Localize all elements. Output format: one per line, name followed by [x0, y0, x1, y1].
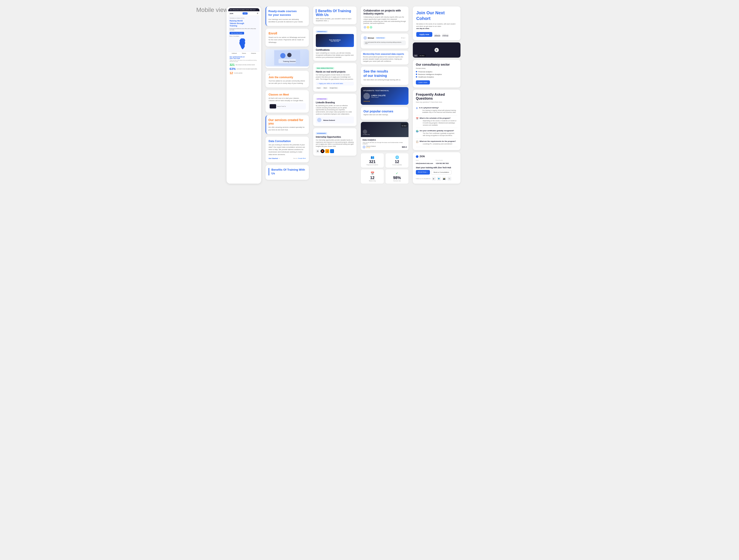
faq-item-3: 🌍 Are your certificates globally recogni…	[416, 128, 457, 139]
services-body: We offer amazing services created specia…	[268, 126, 306, 131]
phone-menu-icon[interactable]: ☰	[257, 13, 258, 14]
faq-item-4: 📋 What are the requirements for the prog…	[416, 139, 457, 147]
dot-2	[416, 73, 417, 75]
test-label: STUDENTS TESTIMONIAL	[363, 89, 406, 91]
chat-bubble: Live call started We will be covering co…	[363, 40, 406, 45]
live-on-label: Live on	[293, 158, 297, 159]
benefits-main-card: Benefits Of Training With Us With these …	[313, 6, 356, 24]
internship-tag: INTERNSHIPS	[316, 132, 327, 135]
contact-info-row: Email info@ziontech.hub.com Phone Number…	[416, 160, 457, 165]
course-info: Data Analytics This course will take you…	[361, 137, 409, 150]
zion-logo: ZION	[230, 13, 233, 14]
linkedin-social-icon[interactable]: in	[447, 177, 451, 181]
stat-12-num: 12	[230, 71, 233, 75]
instagram-icon[interactable]: 📸	[442, 177, 446, 181]
mentorship-card: Mentorship from seasoned data experts Re…	[361, 51, 409, 64]
linkedin-tag: OPTIMIZATION	[316, 98, 328, 100]
logo-dot	[416, 155, 419, 158]
course-duration: 12 weeks long	[363, 134, 370, 135]
apply-now-button[interactable]: Apply now	[416, 32, 432, 37]
phone-hero-tag: TRAINING & CONSULTATION	[230, 18, 258, 19]
col3-benefits: Benefits Of Training With Us With these …	[313, 6, 356, 184]
svg-point-2	[287, 53, 292, 57]
course-image: 12 weeks long 0hr 25min	[361, 122, 409, 137]
verified-badge: Verified Member	[376, 37, 385, 39]
avatar-3	[370, 26, 373, 29]
results-header: See the results of our training	[363, 69, 406, 78]
faq-q-3: 🌍 Are your certificates globally recogni…	[416, 130, 457, 137]
stat-participants-box: 👥 321 Registered students	[361, 153, 384, 168]
chat-header: Michael Verified Member 30 sec ↑	[363, 36, 406, 40]
real-world-tag: REAL WORLD PRACTICE	[316, 67, 334, 69]
book-consultation-button[interactable]: Book a Consultation	[431, 170, 452, 175]
end-date-col: DRAWS ON 07/07/24	[442, 34, 448, 37]
get-started-link[interactable]: Get Started →	[269, 157, 280, 159]
avatar-row	[363, 26, 406, 29]
youtube-icon[interactable]: ▶	[432, 177, 436, 181]
faq-q-4: 📋 What are the requirements for the prog…	[416, 140, 457, 145]
internship-title: Internship Opportunities	[316, 136, 354, 138]
consult-item-2: Business Intelligence Analytics	[416, 73, 457, 75]
phone-nav-individuals[interactable]: Individuals	[232, 53, 237, 54]
stat-weeks-label: Weeks long	[363, 180, 382, 181]
live-on-row: Live on Google Meet	[293, 158, 306, 159]
apple-icon: 🍎	[320, 149, 324, 153]
course-instructor-img	[363, 130, 367, 134]
video-thumb[interactable]: 123 0hr 25min ▶	[413, 42, 460, 57]
faq-question-4: What are the requirements for the progra…	[420, 140, 456, 142]
instructor-row: Ndoma Godsent ★ 4.8	[362, 146, 376, 149]
faq-question-1: Is it a physical training?	[419, 107, 457, 109]
learn-more-button[interactable]: Learn more	[416, 80, 430, 84]
enroll-now-button[interactable]: Enroll Now ↓	[416, 170, 430, 175]
cta-title: Start your training with Zion Tech Hub	[416, 167, 457, 169]
phone-enroll-button[interactable]: Enroll	[243, 12, 248, 14]
col5-cohort: Join Our Next Cohort We believe in the w…	[413, 6, 460, 184]
cert-title: Certifications	[316, 49, 354, 51]
cta-buttons: Enroll Now ↓ Book a Consultation	[416, 170, 457, 175]
phone-nav-startups[interactable]: Startups	[242, 53, 246, 54]
play-button[interactable]: ▶	[434, 48, 439, 52]
stat-weeks-icon: 📅	[363, 172, 382, 175]
testimonial-name: LINDA CALUTE	[371, 95, 386, 97]
video-controls: 123 0hr 25min	[414, 54, 426, 57]
phone-book-consult[interactable]: Book a Consultation	[230, 35, 258, 37]
consult-item-3: Healthcare Analytics	[416, 76, 457, 78]
testimonial-avatar	[363, 93, 370, 100]
services-title: Our services created for you	[268, 118, 306, 125]
classes-meet-card: Classes on Meet At that's left now is to…	[266, 90, 309, 113]
stat-participants-label: Registered students	[363, 164, 382, 165]
benefits-sub: With these benefits, you wouldn't want t…	[316, 18, 354, 22]
video-time-label: 123	[414, 54, 418, 57]
benefits-header-card: Benefits Of Training With Us	[266, 165, 309, 180]
chat-avatar	[363, 36, 367, 40]
stat-321-label: data analysts and data scientists traine…	[236, 64, 255, 65]
zion-logo-contact: ZION	[416, 155, 457, 158]
course-name: Data Analytics	[362, 139, 407, 141]
phone-mockup: We're offering Data Consultation service…	[227, 6, 261, 184]
start-date-col: START ON 25/04/24	[434, 34, 440, 37]
enroll-card-title: Enroll	[269, 32, 306, 35]
chat-user: Michael	[368, 37, 374, 39]
stat-321-num: 321	[230, 63, 235, 66]
stat-participants-icon: 👥	[363, 156, 382, 159]
faq-content-3: Are your certificates globally recognize…	[420, 130, 457, 137]
twitter-icon[interactable]: 🐦	[437, 177, 441, 181]
mentor-title: Mentorship from seasoned data experts	[363, 53, 406, 55]
faq-answer-4: a working PC, consistency and commitment	[420, 143, 456, 145]
popular-header: Our popular courses	[363, 110, 406, 113]
real-world-card: REAL WORLD PRACTICE Hands on real world …	[313, 63, 356, 91]
faq-answer-1: Our training is majorly virtual with phy…	[419, 109, 457, 114]
certifications-card: CREDENTIALS Tech Hackathon ZION TECH HUB…	[313, 26, 356, 61]
phone-nav-enterprise[interactable]: Enterprise	[251, 53, 256, 54]
faq-icon-3: 🌍	[416, 130, 419, 132]
phone-start-chapter-button[interactable]: Start Your New Chapter	[230, 32, 244, 34]
popular-sub: Highest rated and sort after trainings.	[363, 114, 406, 116]
join-community-body: You'll be added to our private community…	[269, 80, 306, 84]
linkedin-body: By optimizing your profile, we carve an …	[316, 105, 354, 115]
cohort-body: We believe in the words of our students,…	[416, 23, 457, 30]
course-time: 0hr 25min	[401, 123, 407, 127]
phone-hero: TRAINING & CONSULTATION Raising World Ta…	[228, 16, 260, 51]
internship-card: INTERNSHIPS Internship Opportunities Our…	[313, 128, 356, 156]
course-price: $65.5	[402, 146, 407, 148]
dot-3	[416, 76, 417, 77]
